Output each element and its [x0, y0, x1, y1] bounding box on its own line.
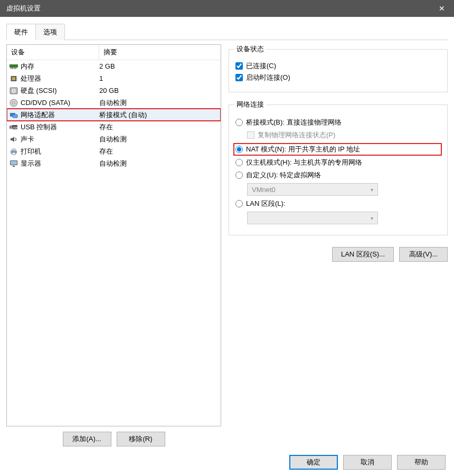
tab-body: 设备 摘要 内存2 GB处理器1硬盘 (SCSI)20 GBCD/DVD (SA… — [6, 40, 448, 470]
ok-button[interactable]: 确定 — [289, 455, 338, 470]
right-column: 设备状态 已连接(C) 启动时连接(O) 网络连接 桥接模式(B): 直接连接物 — [229, 44, 448, 446]
titlebar: 虚拟机设置 ✕ — [0, 0, 454, 17]
network-connection-group: 网络连接 桥接模式(B): 直接连接物理网络 复制物理网络连接状态(P) NAT… — [229, 100, 448, 235]
device-summary: 自动检测 — [99, 135, 219, 144]
tab-hardware[interactable]: 硬件 — [6, 24, 36, 40]
custom-radio[interactable]: 自定义(U): 特定虚拟网络 — [235, 170, 441, 180]
svg-marker-23 — [11, 137, 14, 142]
table-rows: 内存2 GB处理器1硬盘 (SCSI)20 GBCD/DVD (SATA)自动检… — [7, 60, 221, 426]
chevron-down-icon: ▾ — [371, 187, 373, 193]
svg-point-15 — [13, 90, 14, 91]
svg-rect-6 — [12, 77, 15, 80]
device-name: USB 控制器 — [21, 122, 57, 132]
custom-network-select: VMnet0 ▾ — [247, 183, 441, 196]
replicate-checkbox: 复制物理网络连接状态(P) — [247, 130, 441, 140]
cd-icon — [9, 99, 18, 107]
lan-segment-select: ▾ — [247, 212, 441, 224]
chevron-down-icon: ▾ — [371, 215, 373, 221]
svg-rect-1 — [11, 68, 12, 69]
cpu-icon — [9, 74, 18, 83]
bridged-radio[interactable]: 桥接模式(B): 直接连接物理网络 — [235, 118, 441, 127]
table-header: 设备 摘要 — [7, 45, 221, 60]
table-row[interactable]: 显示器自动检测 — [7, 157, 221, 169]
device-summary: 自动检测 — [99, 159, 219, 168]
sound-icon — [9, 135, 18, 144]
hostonly-input[interactable] — [235, 159, 243, 166]
right-buttons: LAN 区段(S)... 高级(V)... — [229, 247, 448, 262]
close-icon: ✕ — [439, 4, 445, 13]
svg-rect-28 — [11, 161, 17, 165]
lan-input[interactable] — [235, 200, 243, 207]
svg-point-17 — [13, 102, 15, 104]
cancel-button[interactable]: 取消 — [343, 455, 392, 470]
table-row[interactable]: 打印机存在 — [7, 145, 221, 157]
svg-text:USB: USB — [12, 126, 18, 129]
table-row[interactable]: 处理器1 — [7, 72, 221, 84]
device-summary: 桥接模式 (自动) — [99, 110, 219, 120]
device-summary: 20 GB — [99, 87, 219, 94]
connect-poweron-input[interactable] — [235, 74, 243, 81]
left-buttons: 添加(A)... 移除(R) — [6, 432, 221, 446]
lan-segment-radio[interactable]: LAN 区段(L): — [235, 199, 441, 208]
device-summary: 自动检测 — [99, 98, 219, 108]
left-column: 设备 摘要 内存2 GB处理器1硬盘 (SCSI)20 GBCD/DVD (SA… — [6, 44, 221, 446]
table-row[interactable]: CD/DVD (SATA)自动检测 — [7, 97, 221, 109]
svg-rect-19 — [13, 115, 17, 118]
hostonly-label: 仅主机模式(H): 与主机共享的专用网络 — [246, 158, 362, 167]
usb-icon: USB — [9, 123, 18, 131]
table-row[interactable]: 内存2 GB — [7, 60, 221, 72]
tabs: 硬件 选项 — [6, 23, 448, 40]
close-button[interactable]: ✕ — [430, 0, 454, 17]
table-row[interactable]: 声卡自动检测 — [7, 133, 221, 145]
custom-network-dropdown: VMnet0 ▾ — [247, 183, 378, 196]
custom-input[interactable] — [235, 172, 243, 179]
nat-label: NAT 模式(N): 用于共享主机的 IP 地址 — [246, 145, 360, 154]
device-name: 声卡 — [21, 135, 34, 144]
dialog-content: 硬件 选项 设备 摘要 内存2 GB处理器1硬盘 (SCSI)20 GBCD/D… — [0, 17, 454, 476]
device-name: 内存 — [21, 62, 34, 71]
table-row[interactable]: USBUSB 控制器存在 — [7, 121, 221, 133]
header-device[interactable]: 设备 — [7, 45, 99, 60]
table-row[interactable]: 硬盘 (SCSI)20 GB — [7, 84, 221, 97]
nat-input[interactable] — [235, 146, 243, 153]
nat-radio[interactable]: NAT 模式(N): 用于共享主机的 IP 地址 — [234, 144, 441, 155]
device-summary: 存在 — [99, 122, 219, 132]
custom-label: 自定义(U): 特定虚拟网络 — [246, 170, 321, 180]
device-status-legend: 设备状态 — [234, 44, 266, 54]
device-table: 设备 摘要 内存2 GB处理器1硬盘 (SCSI)20 GBCD/DVD (SA… — [6, 44, 221, 426]
svg-rect-24 — [12, 148, 16, 150]
svg-rect-29 — [13, 166, 15, 167]
connected-checkbox[interactable]: 已连接(C) — [235, 61, 441, 71]
connected-input[interactable] — [235, 62, 243, 70]
replicate-input-disabled — [247, 131, 254, 139]
header-summary[interactable]: 摘要 — [99, 45, 221, 60]
svg-rect-0 — [10, 64, 18, 68]
add-button[interactable]: 添加(A)... — [63, 432, 111, 446]
connect-poweron-label: 启动时连接(O) — [246, 73, 290, 82]
device-name: CD/DVD (SATA) — [21, 99, 70, 107]
window-title: 虚拟机设置 — [6, 4, 41, 13]
device-summary: 2 GB — [99, 62, 219, 70]
lan-label: LAN 区段(L): — [246, 199, 285, 208]
network-legend: 网络连接 — [234, 100, 266, 109]
bridged-input[interactable] — [235, 119, 243, 126]
device-name: 网络适配器 — [21, 110, 55, 120]
lan-segments-button[interactable]: LAN 区段(S)... — [332, 247, 394, 262]
lan-segment-dropdown: ▾ — [247, 212, 378, 224]
help-button[interactable]: 帮助 — [397, 455, 446, 470]
device-name: 显示器 — [21, 159, 41, 168]
custom-network-value: VMnet0 — [252, 186, 276, 194]
memory-icon — [9, 62, 18, 71]
svg-rect-2 — [12, 68, 13, 69]
remove-button[interactable]: 移除(R) — [117, 432, 165, 446]
device-status-group: 设备状态 已连接(C) 启动时连接(O) — [229, 44, 448, 92]
hostonly-radio[interactable]: 仅主机模式(H): 与主机共享的专用网络 — [235, 158, 441, 167]
tab-options[interactable]: 选项 — [35, 24, 65, 40]
connect-poweron-checkbox[interactable]: 启动时连接(O) — [235, 73, 441, 82]
svg-rect-3 — [14, 68, 15, 69]
bridged-label: 桥接模式(B): 直接连接物理网络 — [246, 118, 342, 127]
device-name: 硬盘 (SCSI) — [21, 86, 57, 96]
advanced-button[interactable]: 高级(V)... — [399, 247, 448, 262]
device-summary: 存在 — [99, 147, 219, 156]
table-row[interactable]: 网络适配器桥接模式 (自动) — [7, 109, 221, 121]
